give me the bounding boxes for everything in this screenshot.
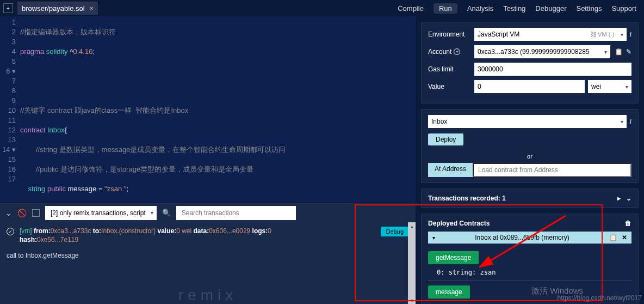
deploy-button[interactable]: Deploy: [428, 133, 463, 145]
value-unit-select[interactable]: wei ▾: [588, 80, 631, 93]
trash-icon[interactable]: 🗑: [625, 220, 631, 227]
getmessage-button[interactable]: getMessage: [428, 251, 479, 264]
value-input[interactable]: [474, 80, 585, 93]
add-account-icon[interactable]: +: [454, 48, 460, 55]
getmessage-result: 0: string: zsan: [428, 266, 631, 281]
run-panel: Environment JavaScript VM ⛓VM (-) ▾ i Ac…: [416, 16, 644, 304]
copy-address-icon[interactable]: 📋: [609, 234, 617, 241]
chevron-down-icon[interactable]: ⌄: [626, 194, 631, 202]
tab-testing[interactable]: Testing: [503, 4, 525, 13]
tab-run[interactable]: Run: [434, 3, 457, 14]
tab-settings[interactable]: Settings: [576, 4, 602, 13]
panel-toggle-icon[interactable]: +: [3, 3, 13, 13]
console-search-input[interactable]: [176, 206, 296, 220]
console-filter-dropdown[interactable]: [2] only remix transactions, script: [45, 206, 157, 220]
copy-icon[interactable]: 📋: [615, 48, 623, 56]
info-icon[interactable]: i: [630, 118, 631, 126]
tx-recorded-section[interactable]: Transactions recorded: 1 ▸ ⌄: [421, 189, 639, 208]
at-address-input[interactable]: [473, 163, 631, 177]
at-address-button[interactable]: At Address: [428, 163, 473, 177]
deployed-header: Deployed Contracts: [428, 220, 490, 227]
line-gutter: 12345 6 ▾78910 11121314 ▾15 1617: [0, 16, 20, 203]
tab-compile[interactable]: Compile: [398, 4, 424, 13]
remix-watermark: remix: [178, 287, 237, 304]
edit-icon[interactable]: ✎: [626, 48, 631, 56]
scroll-up-icon[interactable]: ▴: [408, 222, 415, 230]
file-tab-name: browser/payable.sol: [22, 4, 85, 13]
or-text: or: [428, 153, 631, 160]
fork-icon: ⛓: [591, 31, 597, 38]
contract-select[interactable]: Inbox ▾: [428, 115, 627, 128]
scroll-down-icon[interactable]: ▾: [408, 296, 415, 304]
tab-analysis[interactable]: Analysis: [467, 4, 493, 13]
collapse-icon[interactable]: ▾: [432, 235, 435, 241]
console-scrollbar[interactable]: ▴ ▾: [408, 222, 416, 304]
editor-pane: 12345 6 ▾78910 11121314 ▾15 1617 //指定编译器…: [0, 16, 416, 304]
gas-label: Gas limit: [428, 65, 474, 73]
tab-support[interactable]: Support: [611, 4, 636, 13]
account-select[interactable]: 0xca3...a733c (99.9999999999908285 ▾: [474, 45, 610, 58]
clear-icon[interactable]: 🚫: [17, 209, 27, 217]
env-label: Environment: [428, 31, 474, 38]
env-select[interactable]: JavaScript VM ⛓VM (-) ▾: [474, 28, 627, 41]
console-output: ▴ ▾ ✓ [vm] from:0xca3...a733c to:Inbox.(…: [0, 222, 416, 304]
console-checkbox[interactable]: [32, 209, 40, 217]
code-editor[interactable]: 12345 6 ▾78910 11121314 ▾15 1617 //指定编译器…: [0, 16, 416, 203]
expand-icon[interactable]: ▸: [617, 194, 621, 202]
search-icon[interactable]: 🔍: [162, 209, 171, 217]
debug-button[interactable]: Debug: [381, 227, 409, 236]
console-toolbar: ⌄ 🚫 [2] only remix transactions, script …: [0, 203, 416, 222]
call-log-entry[interactable]: call to Inbox.getMessage: [7, 252, 409, 259]
value-label: Value: [428, 83, 474, 90]
chevron-down-icon[interactable]: ⌄: [5, 209, 12, 217]
account-label: Account +: [428, 48, 474, 56]
contract-instance: ▾ Inbox at 0x089...659fb (memory) 📋 ✕: [428, 232, 631, 244]
file-tab[interactable]: browser/payable.sol ✕: [17, 2, 98, 15]
gas-limit-input[interactable]: [474, 63, 631, 76]
tab-debugger[interactable]: Debugger: [535, 4, 566, 13]
remove-instance-icon[interactable]: ✕: [622, 234, 627, 241]
close-tab-icon[interactable]: ✕: [89, 5, 94, 11]
check-icon: ✓: [7, 228, 14, 235]
tx-log-entry[interactable]: [vm] from:0xca3...a733c to:Inbox.(constr…: [20, 227, 375, 244]
message-button[interactable]: message: [428, 285, 470, 299]
info-icon[interactable]: i: [630, 31, 631, 39]
top-tabs: Compile Run Analysis Testing Debugger Se…: [390, 0, 644, 16]
